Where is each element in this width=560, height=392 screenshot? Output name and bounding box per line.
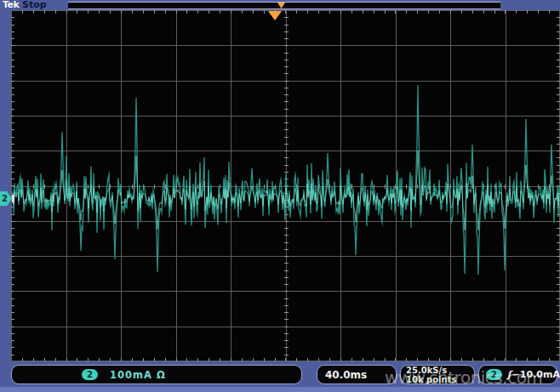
channel-2-badge: 2 — [82, 369, 98, 380]
timebase-value: 40.0ms — [325, 369, 367, 381]
record-view-bar — [68, 2, 500, 9]
acquisition-status: Stop — [22, 0, 47, 10]
graticule — [11, 10, 560, 361]
watermark-text: www.cntronics.com — [385, 367, 542, 388]
channel-level-dash-icon — [12, 195, 14, 202]
oscilloscope-screen: Tek Stop 2 2 100mA Ω 40.0ms 25.0kS/s 10k… — [0, 0, 560, 392]
tek-logo: Tek — [3, 0, 19, 10]
channel-scale-readout: 2 100mA Ω — [11, 365, 302, 384]
channel-scale-value: 100mA Ω — [110, 369, 166, 381]
trigger-top-arrow-icon — [268, 11, 282, 20]
graticule-canvas — [11, 10, 560, 361]
channel-2-position-marker: 2 — [0, 191, 12, 206]
trigger-position-marker-icon — [277, 3, 285, 9]
